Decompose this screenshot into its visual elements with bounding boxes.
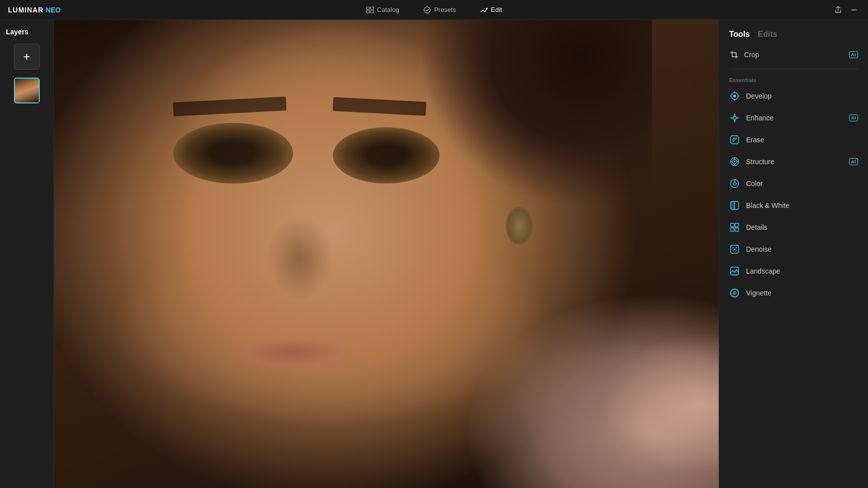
develop-icon bbox=[729, 91, 740, 101]
right-panel: Tools Edits Crop AI Essentials bbox=[719, 20, 868, 488]
svg-rect-31 bbox=[731, 223, 734, 227]
denoise-icon bbox=[729, 244, 740, 255]
svg-rect-32 bbox=[735, 223, 739, 227]
enhance-icon bbox=[729, 112, 740, 123]
landscape-icon bbox=[729, 266, 740, 277]
details-icon bbox=[729, 222, 740, 233]
tool-color[interactable]: Color bbox=[719, 173, 868, 195]
svg-rect-2 bbox=[366, 10, 369, 13]
color-label: Color bbox=[746, 180, 858, 188]
layers-title: Layers bbox=[4, 28, 28, 36]
tool-develop[interactable]: Develop bbox=[719, 85, 868, 107]
svg-rect-3 bbox=[370, 10, 373, 13]
tool-structure[interactable]: Structure AI bbox=[719, 151, 868, 173]
layer-thumbnail[interactable] bbox=[14, 78, 40, 103]
layers-panel: Layers + bbox=[0, 20, 54, 488]
titlebar-controls bbox=[832, 4, 860, 16]
crop-tool-item[interactable]: Crop AI bbox=[719, 45, 868, 65]
svg-point-27 bbox=[733, 182, 736, 185]
structure-label: Structure bbox=[746, 158, 843, 166]
crop-divider bbox=[729, 69, 858, 69]
svg-point-37 bbox=[736, 247, 737, 249]
svg-point-36 bbox=[733, 247, 734, 249]
svg-point-43 bbox=[733, 291, 737, 295]
tool-details[interactable]: Details bbox=[719, 216, 868, 238]
svg-point-40 bbox=[734, 249, 736, 250]
svg-point-21 bbox=[734, 161, 736, 163]
structure-icon bbox=[729, 156, 740, 167]
svg-rect-30 bbox=[731, 201, 735, 209]
tab-tools[interactable]: Tools bbox=[729, 28, 750, 41]
tool-vignette[interactable]: Vignette bbox=[719, 282, 868, 304]
nav-catalog[interactable]: Catalog bbox=[362, 4, 403, 16]
main-layout: Layers + bbox=[0, 20, 868, 488]
app-logo: LUMINAR NEO bbox=[8, 6, 61, 14]
nav-edit-label: Edit bbox=[491, 6, 502, 13]
svg-rect-1 bbox=[370, 7, 373, 9]
develop-label: Develop bbox=[746, 92, 858, 100]
structure-ai-badge: AI bbox=[849, 158, 858, 165]
erase-label: Erase bbox=[746, 136, 858, 144]
nav-edit[interactable]: Edit bbox=[476, 4, 506, 16]
landscape-label: Landscape bbox=[746, 267, 858, 275]
svg-rect-34 bbox=[735, 228, 739, 231]
svg-point-9 bbox=[486, 7, 488, 9]
black-white-label: Black & White bbox=[746, 201, 858, 209]
tool-landscape[interactable]: Landscape bbox=[719, 260, 868, 282]
bw-icon bbox=[729, 200, 740, 211]
tab-edits[interactable]: Edits bbox=[758, 28, 777, 41]
presets-icon bbox=[423, 6, 431, 14]
nav-catalog-label: Catalog bbox=[377, 6, 399, 13]
layer-thumb-image bbox=[15, 79, 39, 102]
svg-point-38 bbox=[733, 250, 734, 252]
share-button[interactable] bbox=[832, 4, 844, 16]
tool-black-white[interactable]: Black & White bbox=[719, 195, 868, 216]
enhance-label: Enhance bbox=[746, 114, 843, 122]
titlebar: LUMINAR NEO Catalog Presets bbox=[0, 0, 868, 20]
essentials-title: Essentials bbox=[719, 73, 868, 85]
tool-enhance[interactable]: Enhance AI bbox=[719, 107, 868, 129]
logo-neo: NEO bbox=[46, 6, 61, 14]
nav-presets[interactable]: Presets bbox=[419, 4, 460, 16]
denoise-label: Denoise bbox=[746, 245, 858, 253]
canvas-area[interactable] bbox=[54, 20, 719, 488]
color-icon bbox=[729, 178, 740, 189]
nav-presets-label: Presets bbox=[434, 6, 456, 13]
edit-icon bbox=[480, 6, 488, 14]
details-label: Details bbox=[746, 223, 858, 231]
enhance-ai-badge: AI bbox=[849, 114, 858, 121]
svg-point-17 bbox=[733, 116, 736, 119]
logo-text: LUMINAR bbox=[8, 6, 44, 14]
add-layer-button[interactable]: + bbox=[14, 44, 40, 70]
panel-tabs: Tools Edits bbox=[719, 20, 868, 45]
crop-ai-badge: AI bbox=[849, 51, 858, 58]
minimize-button[interactable] bbox=[848, 4, 860, 16]
catalog-icon bbox=[366, 6, 374, 14]
svg-point-4 bbox=[424, 7, 430, 13]
tool-erase[interactable]: Erase bbox=[719, 129, 868, 151]
titlebar-nav: Catalog Presets Edit bbox=[362, 4, 506, 16]
crop-label: Crop bbox=[744, 51, 844, 59]
svg-point-12 bbox=[733, 95, 736, 98]
erase-icon bbox=[729, 134, 740, 145]
tool-denoise[interactable]: Denoise bbox=[719, 238, 868, 260]
add-layer-icon: + bbox=[23, 50, 30, 64]
vignette-icon bbox=[729, 288, 740, 298]
crop-icon bbox=[729, 50, 739, 60]
svg-rect-0 bbox=[366, 7, 369, 9]
vignette-label: Vignette bbox=[746, 289, 858, 297]
svg-rect-33 bbox=[731, 228, 734, 231]
svg-point-39 bbox=[736, 250, 737, 252]
